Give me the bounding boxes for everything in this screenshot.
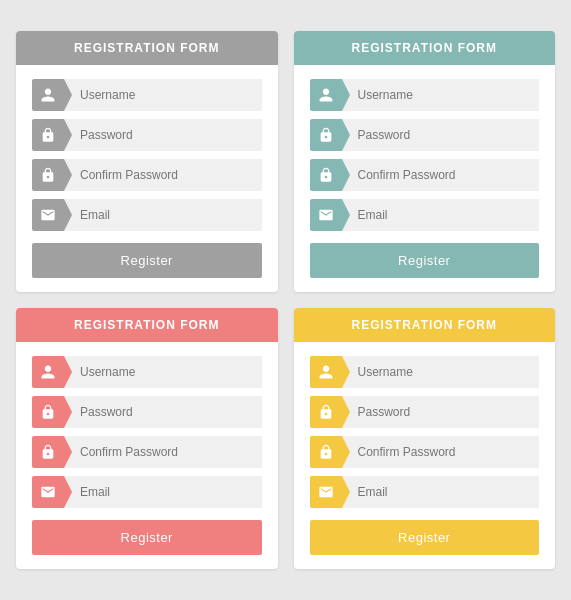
password-input[interactable]	[64, 119, 262, 151]
form-body-yellow: Register	[294, 342, 556, 569]
lock-icon	[32, 396, 64, 428]
password-input[interactable]	[64, 396, 262, 428]
user-icon	[310, 79, 342, 111]
user-icon	[32, 79, 64, 111]
email-input[interactable]	[342, 199, 540, 231]
password-input[interactable]	[342, 396, 540, 428]
form-header-yellow: REGISTRATION FORM	[294, 308, 556, 342]
username-input[interactable]	[342, 356, 540, 388]
lock-icon	[310, 119, 342, 151]
form-header-gray: REGISTRATION FORM	[16, 31, 278, 65]
confirm-password-input[interactable]	[64, 436, 262, 468]
form-card-yellow: REGISTRATION FORMRegister	[294, 308, 556, 569]
username-input[interactable]	[342, 79, 540, 111]
field-row-3	[32, 476, 262, 508]
form-body-gray: Register	[16, 65, 278, 292]
form-header-red: REGISTRATION FORM	[16, 308, 278, 342]
password-input[interactable]	[342, 119, 540, 151]
email-icon	[310, 199, 342, 231]
email-input[interactable]	[64, 199, 262, 231]
lock-icon	[310, 436, 342, 468]
confirm-password-input[interactable]	[342, 159, 540, 191]
email-icon	[32, 476, 64, 508]
email-icon	[310, 476, 342, 508]
lock-icon	[32, 119, 64, 151]
field-row-2	[32, 436, 262, 468]
email-icon	[32, 199, 64, 231]
confirm-password-input[interactable]	[64, 159, 262, 191]
user-icon	[310, 356, 342, 388]
forms-grid: REGISTRATION FORMRegisterREGISTRATION FO…	[0, 15, 571, 585]
field-row-3	[32, 199, 262, 231]
field-row-2	[310, 436, 540, 468]
email-input[interactable]	[64, 476, 262, 508]
field-row-0	[32, 79, 262, 111]
register-button-gray[interactable]: Register	[32, 243, 262, 278]
register-button-teal[interactable]: Register	[310, 243, 540, 278]
form-header-teal: REGISTRATION FORM	[294, 31, 556, 65]
username-input[interactable]	[64, 79, 262, 111]
field-row-2	[310, 159, 540, 191]
field-row-3	[310, 476, 540, 508]
field-row-0	[310, 79, 540, 111]
field-row-2	[32, 159, 262, 191]
form-card-gray: REGISTRATION FORMRegister	[16, 31, 278, 292]
user-icon	[32, 356, 64, 388]
register-button-red[interactable]: Register	[32, 520, 262, 555]
lock-icon	[32, 436, 64, 468]
form-card-red: REGISTRATION FORMRegister	[16, 308, 278, 569]
field-row-0	[32, 356, 262, 388]
username-input[interactable]	[64, 356, 262, 388]
lock-icon	[310, 396, 342, 428]
field-row-1	[32, 119, 262, 151]
form-body-teal: Register	[294, 65, 556, 292]
register-button-yellow[interactable]: Register	[310, 520, 540, 555]
field-row-1	[32, 396, 262, 428]
lock-icon	[310, 159, 342, 191]
form-body-red: Register	[16, 342, 278, 569]
field-row-0	[310, 356, 540, 388]
field-row-3	[310, 199, 540, 231]
field-row-1	[310, 396, 540, 428]
lock-icon	[32, 159, 64, 191]
email-input[interactable]	[342, 476, 540, 508]
form-card-teal: REGISTRATION FORMRegister	[294, 31, 556, 292]
field-row-1	[310, 119, 540, 151]
confirm-password-input[interactable]	[342, 436, 540, 468]
